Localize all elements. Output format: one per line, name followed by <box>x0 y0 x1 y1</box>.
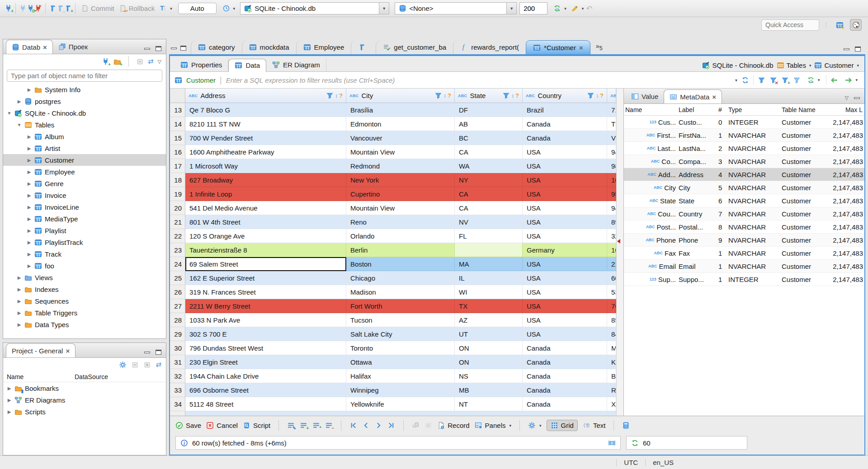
cell-city[interactable]: Redmond <box>346 159 455 173</box>
duplicate-row-icon[interactable]: ⁺ <box>312 422 320 429</box>
panels-button[interactable]: Panels ▾ <box>475 422 511 429</box>
breadcrumb-sqlite-chinook-db[interactable]: SQLite - Chinook.db <box>702 61 773 69</box>
cell-address[interactable]: Qe 7 Bloco G <box>185 103 346 117</box>
cell-state[interactable]: AZ <box>455 313 523 327</box>
row-number[interactable]: 20 <box>170 201 185 215</box>
chevron-down-icon[interactable]: ▾ <box>857 63 859 68</box>
cell-address[interactable]: 194A Chain Lake Drive <box>185 369 346 383</box>
open-sql-script-icon[interactable]: → <box>57 5 64 12</box>
quick-access-input[interactable] <box>761 19 819 31</box>
collapse-all-icon[interactable] <box>136 58 144 66</box>
chevron-right-icon[interactable]: ▶ <box>17 99 22 104</box>
calculator-icon[interactable] <box>622 422 630 429</box>
filter-expression-input[interactable]: Enter a SQL expression to filter results… <box>226 76 731 84</box>
gear-icon[interactable] <box>119 361 127 369</box>
cell-city[interactable]: Ottawa <box>346 355 455 369</box>
cell-address[interactable]: 120 S Orange Ave <box>185 229 346 243</box>
cell-state[interactable]: ON <box>455 355 523 369</box>
previous-row-icon[interactable] <box>362 422 370 429</box>
cell-postalcode[interactable]: 71 <box>607 103 616 117</box>
disconnect-icon[interactable] <box>34 5 42 12</box>
meta-column-table-name[interactable]: Table Name <box>780 106 831 113</box>
connection-dropdown-icon[interactable]: ▼ <box>379 3 389 14</box>
save-filter-icon[interactable]: + <box>781 76 789 84</box>
row-number[interactable]: 15 <box>170 131 185 145</box>
connect-icon[interactable] <box>19 5 27 12</box>
cell-country[interactable]: Germany <box>523 243 607 257</box>
tree-item-table-triggers[interactable]: ▶Table Triggers <box>3 307 166 319</box>
help-icon[interactable]: ? <box>448 92 451 99</box>
cell-city[interactable]: Vancouver <box>346 131 455 145</box>
cell-address[interactable]: 1 Microsoft Way <box>185 159 346 173</box>
project-item-bookmarks[interactable]: ▶▮Bookmarks <box>3 382 166 394</box>
meta-row-suppo-[interactable]: 123Sup...Suppo...1INTEGERCustomer2,147,4… <box>624 273 864 286</box>
chevron-right-icon[interactable]: ▶ <box>27 205 32 210</box>
cell-postalcode[interactable]: 94 <box>607 201 616 215</box>
chevron-right-icon[interactable]: ▶ <box>7 386 12 391</box>
options-button[interactable]: ▾ <box>528 422 542 429</box>
cell-city[interactable]: New York <box>346 173 455 187</box>
row-number[interactable]: 13 <box>170 103 185 117</box>
close-icon[interactable]: × <box>712 93 716 101</box>
tree-item-invoiceline[interactable]: ▶InvoiceLine <box>3 201 166 213</box>
cell-country[interactable]: Canada <box>523 131 607 145</box>
cell-postalcode[interactable]: K2 <box>607 355 616 369</box>
open-perspective-button[interactable]: ✦ <box>834 19 845 31</box>
cell-state[interactable]: NS <box>455 369 523 383</box>
editor-tab-mockdata[interactable]: mockdata <box>242 40 296 54</box>
cell-country[interactable]: USA <box>523 145 607 159</box>
cell-address[interactable]: Tauentzienstraße 8 <box>185 243 346 257</box>
chevron-right-icon[interactable]: ▶ <box>27 263 32 268</box>
tree-item-artist[interactable]: ▶Artist <box>3 142 166 154</box>
cell-address[interactable]: 700 W Pender Street <box>185 131 346 145</box>
meta-row-compa-[interactable]: ABCCo...Compa...3NVARCHARCustomer2,147,4… <box>624 155 864 168</box>
cell-postalcode[interactable]: 76 <box>607 299 616 313</box>
meta-column--[interactable]: # <box>717 106 727 113</box>
tab-projects[interactable]: Проек <box>53 40 93 54</box>
tab-project-general[interactable]: Project - General × <box>6 343 75 357</box>
editor-tab-get-customer-ba[interactable]: get_customer_ba <box>376 40 453 54</box>
tree-item-mediatype[interactable]: ▶MediaType <box>3 213 166 225</box>
cell-postalcode[interactable]: R3 <box>607 383 616 397</box>
cell-address[interactable]: 696 Osborne Street <box>185 383 346 397</box>
new-sql-editor-icon[interactable]: + <box>64 5 72 12</box>
cell-country[interactable]: USA <box>523 285 607 299</box>
chevron-right-icon[interactable]: ▶ <box>27 216 32 221</box>
chevron-right-icon[interactable]: ▶ <box>27 87 32 92</box>
auto-refresh-button[interactable]: (•) ▾ <box>805 74 822 86</box>
chevron-right-icon[interactable]: ▶ <box>17 322 22 327</box>
meta-row-state[interactable]: ABCStateState6NVARCHARCustomer2,147,483 <box>624 194 864 207</box>
tree-item-sequences[interactable]: ▶Sequences <box>3 295 166 307</box>
meta-row-phone[interactable]: ABCPhonePhone9NVARCHARCustomer2,147,483 <box>624 234 864 247</box>
cell-city[interactable]: Fort Worth <box>346 299 455 313</box>
editor-tab-category[interactable]: category <box>191 40 242 54</box>
help-icon[interactable]: ? <box>515 92 519 99</box>
sort-icon[interactable]: ↕ <box>443 93 446 99</box>
cell-country[interactable]: Brazil <box>523 103 607 117</box>
row-number[interactable]: 28 <box>170 313 185 327</box>
auto-refresh-box[interactable]: 60 <box>626 436 747 450</box>
cell-country[interactable]: USA <box>523 229 607 243</box>
chevron-right-icon[interactable]: ▶ <box>17 299 22 304</box>
grid-vertical-scrollbar[interactable] <box>616 89 623 416</box>
tree-item-track[interactable]: ▶Track <box>3 248 166 260</box>
transaction-log-button[interactable]: T ▾ <box>157 2 175 15</box>
cell-state[interactable]: FL <box>455 229 523 243</box>
cell-country[interactable]: USA <box>523 257 607 271</box>
editor-tab--customer[interactable]: *Customer× <box>526 40 590 54</box>
minimize-icon[interactable] <box>854 97 860 99</box>
chevron-right-icon[interactable]: ▶ <box>27 240 32 245</box>
undo-icon[interactable] <box>586 5 594 12</box>
fetch-size-input[interactable] <box>519 2 547 14</box>
cell-state[interactable]: BC <box>455 131 523 145</box>
cell-postalcode[interactable]: B3 <box>607 369 616 383</box>
cell-postalcode[interactable]: 32 <box>607 229 616 243</box>
link-editor-icon[interactable]: ⇄ <box>148 57 154 66</box>
cell-city[interactable]: Reno <box>346 215 455 229</box>
tree-item-indexes[interactable]: ▶Indexes <box>3 283 166 295</box>
cell-country[interactable]: Canada <box>523 355 607 369</box>
chevron-right-icon[interactable]: ▶ <box>27 181 32 186</box>
cell-postalcode[interactable]: 85 <box>607 313 616 327</box>
subtab-data[interactable]: Data <box>228 59 266 72</box>
cell-address[interactable]: 302 S 700 E <box>185 327 346 341</box>
